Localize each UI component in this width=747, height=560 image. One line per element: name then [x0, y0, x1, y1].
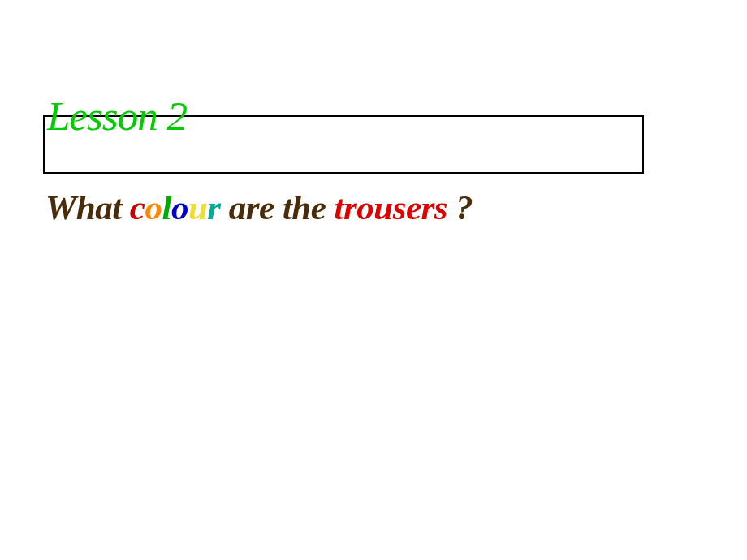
- letter-c: c: [130, 188, 145, 226]
- letter-u: u: [188, 188, 207, 226]
- question-text: What colour are the trousers ?: [45, 187, 473, 227]
- word-are: are: [221, 188, 283, 226]
- letter-l: l: [162, 188, 171, 226]
- question-mark: ?: [456, 188, 473, 226]
- letter-o: o: [145, 188, 162, 226]
- word-the: the: [283, 188, 335, 226]
- letter-o2: o: [171, 188, 188, 226]
- lesson-title: Lesson 2: [47, 93, 187, 140]
- word-trousers: trousers: [335, 188, 447, 226]
- letter-r: r: [207, 188, 220, 226]
- word-what: What: [45, 188, 130, 226]
- space: [447, 188, 456, 226]
